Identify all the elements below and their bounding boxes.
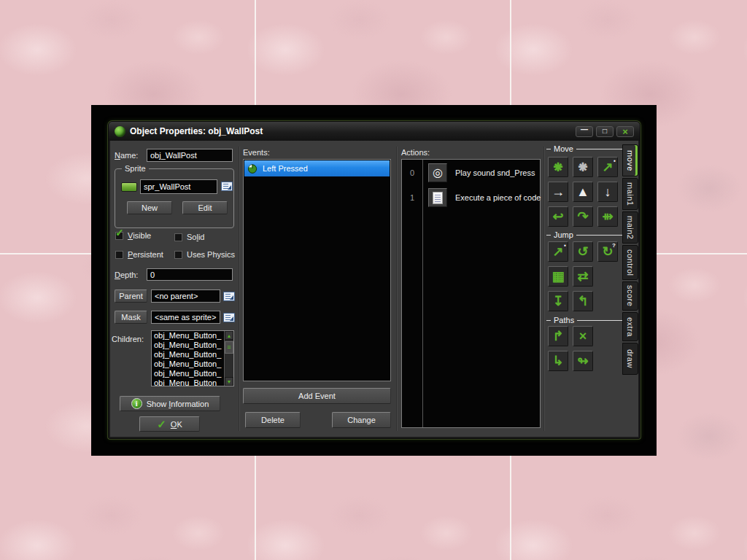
reverse-horizontal-button[interactable]: ↩ xyxy=(548,206,568,227)
move-to-contact-icon: ↧ xyxy=(552,295,563,308)
add-event-button[interactable]: Add Event xyxy=(243,388,391,404)
ok-button[interactable]: ✓ OK xyxy=(139,416,200,432)
actions-list[interactable]: 0 1 ◎ Play sound snd_Press Execute a pie… xyxy=(401,159,541,428)
children-list[interactable]: obj_Menu_Button_ obj_Menu_Button_ obj_Me… xyxy=(151,330,234,386)
panel-separator xyxy=(396,147,397,431)
path-speed-icon: ↬ xyxy=(577,354,588,368)
sprite-group: Sprite spr_WallPost New Edit xyxy=(115,168,234,228)
set-gravity-button[interactable]: ↓ xyxy=(597,182,618,202)
scrollbar-thumb[interactable]: ≡ xyxy=(225,341,233,354)
event-row-left-pressed[interactable]: Left Pressed xyxy=(244,160,390,176)
uses-physics-checkbox[interactable]: Uses Physics xyxy=(174,250,235,259)
move-free-icon: ++ xyxy=(575,159,591,175)
move-towards-button[interactable]: ↗▪ xyxy=(597,157,618,177)
bounce-icon: ↰ xyxy=(577,295,588,308)
depth-input[interactable]: 0 xyxy=(147,268,233,281)
align-to-grid-button[interactable]: ▦ xyxy=(548,266,568,287)
solid-checkbox[interactable]: Solid xyxy=(174,233,204,241)
paths-group-header: Paths xyxy=(546,316,622,324)
jump-to-random-button[interactable]: ↻? xyxy=(597,241,618,262)
set-path-icon: ↱ xyxy=(552,330,563,343)
move-to-contact-button[interactable]: ↧ xyxy=(548,291,568,311)
tab-score[interactable]: score xyxy=(622,281,638,311)
move-free-button[interactable]: ++ xyxy=(573,157,593,177)
list-item[interactable]: obj_Menu_Button_ xyxy=(152,341,233,350)
action-label: Execute a piece of code xyxy=(455,193,541,202)
mask-value-field[interactable]: <same as sprite> xyxy=(151,311,220,324)
depth-label: Depth: xyxy=(115,271,138,279)
action-index: 0 xyxy=(402,168,422,177)
tab-control[interactable]: control xyxy=(622,245,638,280)
checkbox-box xyxy=(174,233,182,241)
list-item[interactable]: obj_Menu_Button_ xyxy=(152,331,233,341)
speed-vertical-button[interactable]: ▲ xyxy=(573,182,593,202)
scroll-up-icon[interactable]: ▲ xyxy=(225,331,233,340)
checkbox-box: ✓ xyxy=(115,232,123,240)
actions-divider xyxy=(422,160,423,427)
action-row-play-sound[interactable]: ◎ Play sound snd_Press xyxy=(428,163,535,182)
delete-button[interactable]: Delete xyxy=(245,412,301,428)
titlebar[interactable]: Object Properties: obj_WallPost — □ × xyxy=(109,122,640,141)
events-header: Events: xyxy=(243,148,270,157)
tab-move[interactable]: move xyxy=(622,144,638,176)
end-path-button[interactable]: × xyxy=(573,326,593,346)
parent-value-field[interactable]: <no parent> xyxy=(151,289,220,303)
end-path-icon: × xyxy=(579,330,587,343)
panel-separator xyxy=(239,147,239,431)
bounce-button[interactable]: ↰ xyxy=(573,291,593,311)
maximize-button[interactable]: □ xyxy=(596,126,614,137)
scroll-down-icon[interactable]: ▼ xyxy=(225,377,233,386)
dialog-client-area: Name: obj_WallPost Sprite spr_WallPost N… xyxy=(110,141,638,437)
persistent-checkbox[interactable]: Persistent xyxy=(115,250,163,259)
list-item[interactable]: obj_Menu_Button_ xyxy=(152,359,233,369)
checkbox-box xyxy=(115,251,123,259)
move-fixed-icon: ++ xyxy=(550,159,566,175)
path-speed-button[interactable]: ↬ xyxy=(573,351,593,371)
path-position-button[interactable]: ↳ xyxy=(548,351,568,371)
move-towards-icon: ↗ xyxy=(602,160,613,174)
new-sprite-button[interactable]: New xyxy=(127,201,172,214)
reverse-vertical-button[interactable]: ↷ xyxy=(573,206,593,227)
set-friction-button[interactable]: ⇻ xyxy=(597,206,618,227)
tab-draw[interactable]: draw xyxy=(622,343,638,375)
tab-main1[interactable]: main1 xyxy=(622,178,638,210)
sprite-group-label: Sprite xyxy=(122,164,149,173)
children-scrollbar[interactable]: ▲ ≡ ▼ xyxy=(224,331,233,386)
list-item[interactable]: obj_Menu_Button_ xyxy=(152,350,233,359)
jump-to-position-button[interactable]: ↗▪ xyxy=(548,241,568,262)
maximize-icon: □ xyxy=(603,128,607,135)
speed-horizontal-button[interactable]: → xyxy=(548,182,568,202)
show-information-button[interactable]: i Show Information xyxy=(120,396,220,411)
tab-extra[interactable]: extra xyxy=(622,312,638,341)
speed-vertical-icon: ▲ xyxy=(576,185,589,198)
mask-button[interactable]: Mask xyxy=(115,311,147,324)
list-item[interactable]: obj_Menu_Button_ xyxy=(152,369,233,378)
sprite-input[interactable]: spr_WallPost xyxy=(140,179,217,194)
execute-code-icon xyxy=(428,188,447,207)
minimize-button[interactable]: — xyxy=(576,126,593,137)
set-path-button[interactable]: ↱ xyxy=(548,326,568,346)
move-fixed-button[interactable]: ++ xyxy=(548,157,568,177)
tab-main2[interactable]: main2 xyxy=(622,211,638,244)
gamemaker-logo-icon xyxy=(115,126,125,137)
list-item[interactable]: obj_Menu_Button_ xyxy=(152,378,233,386)
edit-sprite-button[interactable]: Edit xyxy=(182,201,228,214)
jump-to-start-button[interactable]: ↺ xyxy=(573,241,593,262)
move-group-header: Move xyxy=(546,144,622,153)
align-to-grid-icon: ▦ xyxy=(551,270,564,283)
parent-button[interactable]: Parent xyxy=(115,289,147,303)
name-input[interactable]: obj_WallPost xyxy=(147,149,233,162)
close-button[interactable]: × xyxy=(616,126,634,137)
wrap-screen-button[interactable]: ⇄ xyxy=(573,266,593,287)
sprite-select-menu-icon[interactable] xyxy=(221,182,233,191)
visible-checkbox[interactable]: ✓ Visible xyxy=(115,231,151,240)
check-icon: ✓ xyxy=(115,227,124,238)
parent-select-menu-icon[interactable] xyxy=(223,292,235,301)
events-list[interactable]: Left Pressed xyxy=(243,159,391,381)
jump-to-start-icon: ↺ xyxy=(577,245,588,258)
mask-select-menu-icon[interactable] xyxy=(223,313,235,322)
play-sound-icon: ◎ xyxy=(428,163,447,182)
action-row-execute-code[interactable]: Execute a piece of code xyxy=(428,188,541,207)
change-button[interactable]: Change xyxy=(332,412,391,428)
checkbox-box xyxy=(174,251,182,259)
